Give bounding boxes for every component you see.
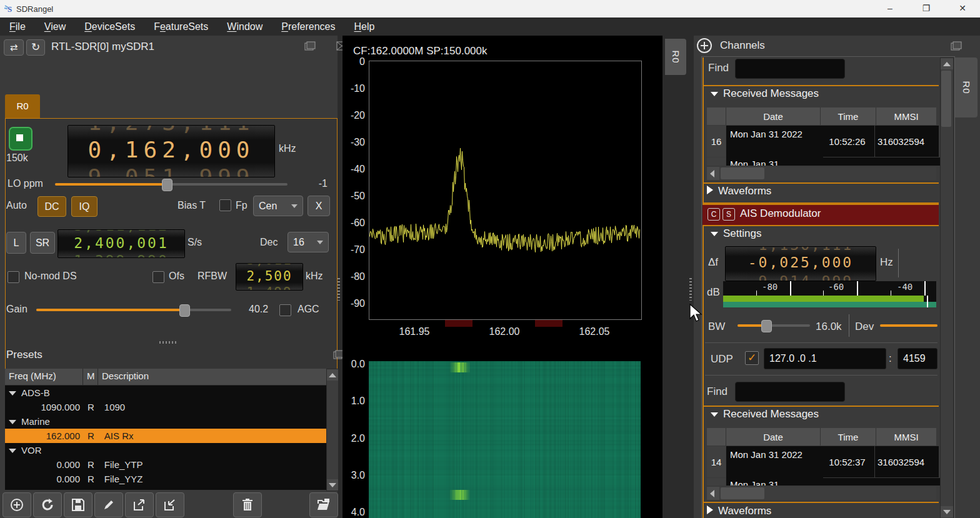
presets-col-m[interactable]: M [87,371,95,381]
menu-window[interactable]: Window [218,21,272,32]
add-channel-button[interactable] [696,37,712,56]
ais-demodulator-bar[interactable]: C S AIS Demodulator [702,204,939,226]
messages-2-hscrollbar[interactable] [707,487,936,500]
cell-mmsi[interactable]: 316032594 [875,126,939,157]
presets-col-desc[interactable]: Description [102,371,149,381]
menu-view[interactable]: View [35,21,75,32]
received-messages-1-header[interactable]: Received Messages [707,87,819,100]
preset-save-button[interactable] [64,492,92,517]
cell-time[interactable]: 10:52:37 [820,446,874,477]
splitter-left[interactable] [338,278,340,301]
menu-preferences[interactable]: Preferences [272,21,344,32]
device-size-grip[interactable] [159,341,178,344]
spectrum-tab-r0[interactable]: R0 [665,39,686,75]
preset-load-button[interactable] [309,492,338,517]
bw-slider[interactable] [738,320,810,331]
preset-row[interactable]: 0.000RFile_YYZ [5,472,326,486]
scroll-down-button[interactable] [941,506,953,517]
col-date[interactable]: Date [726,428,821,446]
start-stop-button[interactable] [9,127,32,151]
waterfall-canvas[interactable] [369,361,641,518]
menu-help[interactable]: Help [345,21,384,32]
scroll-up-button[interactable] [327,369,338,381]
vscroll-thumb[interactable] [941,71,951,127]
col-mmsi[interactable]: MMSI [876,107,936,125]
dev-slider[interactable] [880,320,938,331]
bias-t-checkbox[interactable] [219,199,231,211]
gain-knob[interactable] [179,304,190,317]
received-messages-2-header[interactable]: Received Messages [707,408,819,421]
delta-f-dial[interactable]: -1,136,111 -0,025,000 -9,914,999 [725,246,876,281]
scroll-down-button[interactable] [327,479,338,491]
settings-header[interactable]: Settings [707,227,761,240]
preset-group-row[interactable]: Marine [5,414,326,429]
device-reload-icon[interactable]: ↻ [26,39,45,56]
preset-add-button[interactable] [2,492,31,517]
fc-position-dropdown[interactable]: Cen [253,196,303,216]
frequency-dial[interactable]: 1,273,111 0,162,000 9,051,999 [68,125,275,177]
bw-knob[interactable] [761,320,772,332]
scroll-left-button[interactable] [707,487,719,500]
decimation-dropdown[interactable]: 16 [288,232,329,252]
device-change-icon[interactable]: ⇄ [4,39,24,56]
ofs-checkbox[interactable] [152,271,164,283]
cell-mmsi[interactable]: 316032594 [875,446,939,477]
spectrum-canvas[interactable] [369,61,640,318]
iq-correction-button[interactable]: IQ [71,196,98,217]
samplerate-dial[interactable]: 3,511,112 2,400,001 1,399,990 [58,229,185,258]
channel-stream-button[interactable]: S [722,208,735,221]
cell-date[interactable]: Mon Jan 31 2022 [726,446,823,479]
preset-group-row-clipped[interactable]: WFM [5,486,326,490]
udp-ip-field[interactable]: 127.0 .0 .1 [764,348,886,369]
close-button[interactable]: ✕ [948,0,978,17]
cell-time[interactable]: 10:52:26 [820,126,874,157]
preset-row-selected[interactable]: 162.000RAIS Rx [5,429,326,443]
preset-delete-button[interactable] [233,492,262,517]
agc-checkbox[interactable] [279,304,291,316]
rfbw-dial[interactable]: 3,611 2,500 1,499 [236,263,303,291]
lock-button[interactable]: L [6,232,26,254]
preset-row[interactable]: 1090.000R1090 [5,400,326,414]
preset-group-row[interactable]: VOR [5,443,326,457]
preset-reload-button[interactable] [33,492,62,517]
preset-import-button[interactable] [156,492,184,517]
udp-checkbox[interactable]: ✓ [745,351,759,365]
lo-ppm-knob[interactable] [162,179,172,191]
find-input-1[interactable] [735,59,845,79]
preset-export-button[interactable] [125,492,154,517]
col-time[interactable]: Time [821,107,876,125]
channels-tab-r0[interactable]: R0 [955,57,978,117]
find-input-2[interactable] [735,382,845,402]
udp-port-field[interactable]: 4159 [898,348,938,369]
scroll-up-button[interactable] [941,58,953,69]
col-mmsi[interactable]: MMSI [876,428,936,446]
nomod-ds-checkbox[interactable] [8,271,19,283]
presets-scrollbar[interactable] [326,369,339,491]
channel-color-button[interactable]: C [708,208,720,221]
hscroll-thumb[interactable] [721,167,764,179]
channels-vscrollbar[interactable] [940,57,954,518]
preset-row[interactable]: 0.000RFile_YTP [5,457,326,472]
channels-dock-icon[interactable] [951,41,962,51]
menu-file[interactable]: File [0,21,35,32]
menu-devicesets[interactable]: DeviceSets [75,21,144,32]
dc-correction-button[interactable]: DC [38,196,66,217]
waveforms-2-header[interactable]: Waveforms [707,505,771,517]
scroll-left-button[interactable] [707,167,719,180]
col-time[interactable]: Time [821,428,876,446]
transverter-button[interactable]: X [308,196,330,216]
col-date[interactable]: Date [726,107,821,125]
gain-slider[interactable] [36,304,231,316]
device-dock-icon[interactable] [304,41,316,51]
preset-group-row[interactable]: ADS-B [5,386,326,400]
lo-ppm-slider[interactable] [55,179,288,190]
splitter-right[interactable] [689,278,692,301]
hscroll-thumb[interactable] [721,487,764,499]
restore-button[interactable]: ❐ [911,0,941,17]
waveforms-1-header[interactable]: Waveforms [707,185,771,197]
cell-date[interactable]: Mon Jan 31 2022 [726,126,823,159]
sr-toggle-button[interactable]: SR [30,232,55,254]
minimize-button[interactable]: – [875,0,905,17]
menu-featuresets[interactable]: FeatureSets [144,21,218,32]
presets-col-freq[interactable]: Freq (MHz) [9,371,56,381]
